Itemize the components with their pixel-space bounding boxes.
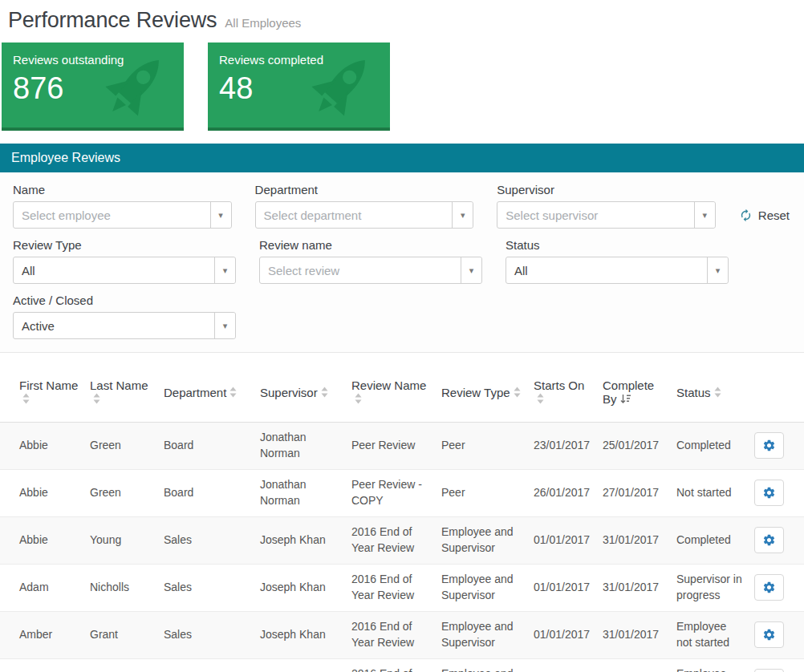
cell-status: Employee not started bbox=[676, 611, 754, 658]
row-actions-button[interactable] bbox=[754, 480, 784, 506]
cell-first-name: Abbie bbox=[0, 422, 90, 469]
gear-icon bbox=[762, 486, 776, 500]
cell-actions bbox=[754, 611, 804, 658]
row-actions-button[interactable] bbox=[754, 527, 784, 553]
cell-first-name: Abbie bbox=[0, 469, 90, 516]
page-subtitle: All Employees bbox=[225, 16, 301, 30]
column-header-last-name[interactable]: Last Name bbox=[90, 364, 164, 422]
cell-review-name: Peer Review - COPY bbox=[351, 469, 441, 516]
cell-complete-by: 31/01/2017 bbox=[603, 611, 676, 658]
cell-actions bbox=[754, 422, 804, 469]
department-filter-select[interactable]: Select department ▾ bbox=[255, 201, 474, 229]
gear-icon bbox=[762, 581, 776, 594]
row-actions-button[interactable] bbox=[754, 432, 784, 459]
table-row: AbbieGreenBoardJonathan NormanPeer Revie… bbox=[0, 422, 804, 469]
table-row: AmyEvansSalesLouis Young2016 End of Year… bbox=[0, 658, 804, 672]
select-value: All bbox=[14, 264, 214, 277]
column-header-first-name[interactable]: First Name bbox=[0, 364, 90, 422]
sort-icon bbox=[22, 393, 30, 407]
chevron-down-icon[interactable]: ▾ bbox=[694, 202, 715, 228]
filter-row-3: Active / Closed Active ▾ bbox=[13, 293, 791, 339]
sort-icon bbox=[93, 393, 100, 407]
page-header: Performance Reviews All Employees bbox=[0, 0, 804, 33]
stat-card-outstanding: Reviews outstanding 876 bbox=[2, 43, 184, 131]
supervisor-filter-select[interactable]: Select supervisor ▾ bbox=[497, 201, 716, 229]
sort-active-icon bbox=[620, 393, 631, 407]
filter-label: Supervisor bbox=[497, 183, 716, 196]
gear-icon bbox=[762, 533, 776, 547]
table-body: AbbieGreenBoardJonathan NormanPeer Revie… bbox=[0, 422, 804, 672]
active-closed-filter-select[interactable]: Active ▾ bbox=[13, 312, 236, 339]
cell-review-name: 2016 End of Year Review bbox=[351, 516, 441, 564]
cell-status: Supervisor in progress bbox=[676, 564, 754, 611]
cell-status: Employee not started bbox=[676, 658, 754, 672]
sort-icon bbox=[514, 387, 521, 400]
filters-panel: Name Select employee ▾ Department Select… bbox=[0, 172, 804, 353]
filter-field-name: Name Select employee ▾ bbox=[13, 183, 232, 229]
chevron-down-icon[interactable]: ▾ bbox=[214, 313, 235, 338]
select-value: Select review bbox=[260, 264, 461, 277]
chevron-down-icon[interactable]: ▾ bbox=[461, 257, 481, 283]
filter-label: Name bbox=[13, 183, 232, 196]
row-actions-button[interactable] bbox=[754, 621, 784, 648]
table-row: AbbieGreenBoardJonathan NormanPeer Revie… bbox=[0, 469, 804, 516]
status-filter-select[interactable]: All ▾ bbox=[506, 257, 729, 284]
cell-status: Completed bbox=[676, 516, 754, 564]
cell-starts-on: 01/01/2017 bbox=[534, 516, 603, 564]
cell-starts-on: 01/01/2017 bbox=[534, 564, 603, 611]
cell-department: Sales bbox=[164, 564, 260, 611]
column-header-review-name[interactable]: Review Name bbox=[351, 364, 441, 422]
column-header-department[interactable]: Department bbox=[164, 364, 260, 422]
table-header-row: First NameLast NameDepartmentSupervisorR… bbox=[0, 364, 804, 422]
chevron-down-icon[interactable]: ▾ bbox=[210, 202, 231, 228]
name-filter-select[interactable]: Select employee ▾ bbox=[13, 201, 232, 229]
row-actions-button[interactable] bbox=[754, 669, 784, 672]
chevron-down-icon[interactable]: ▾ bbox=[707, 257, 728, 283]
table-row: AdamNichollsSalesJoseph Khan2016 End of … bbox=[0, 564, 804, 611]
review-name-filter-select[interactable]: Select review ▾ bbox=[259, 257, 482, 284]
cell-complete-by: 27/01/2017 bbox=[603, 469, 676, 516]
cell-actions bbox=[754, 564, 804, 611]
cell-last-name: Young bbox=[90, 516, 164, 564]
reset-filters-button[interactable]: Reset bbox=[739, 201, 791, 229]
column-header-label: Starts On bbox=[534, 379, 584, 392]
row-actions-button[interactable] bbox=[754, 574, 784, 601]
column-header-label: Status bbox=[676, 386, 711, 399]
review-type-filter-select[interactable]: All ▾ bbox=[13, 257, 236, 284]
cell-department: Sales bbox=[164, 658, 260, 672]
table-row: AbbieYoungSalesJoseph Khan2016 End of Ye… bbox=[0, 516, 804, 564]
filter-field-active-closed: Active / Closed Active ▾ bbox=[13, 293, 236, 339]
cell-complete-by: 31/01/2017 bbox=[603, 658, 676, 672]
cell-starts-on: 01/01/2017 bbox=[534, 611, 603, 658]
select-value: Select department bbox=[256, 208, 453, 222]
chevron-down-icon[interactable]: ▾ bbox=[214, 257, 235, 283]
refresh-icon bbox=[739, 208, 753, 222]
panel-header: Employee Reviews bbox=[0, 144, 804, 172]
column-header-label: First Name bbox=[19, 379, 78, 392]
cell-starts-on: 01/01/2017 bbox=[534, 658, 603, 672]
cell-review-name: 2016 End of Year Review bbox=[351, 611, 441, 658]
reviews-table: First NameLast NameDepartmentSupervisorR… bbox=[0, 364, 804, 672]
column-header-label: Department bbox=[164, 386, 226, 399]
column-header-supervisor[interactable]: Supervisor bbox=[260, 364, 351, 422]
column-header-status[interactable]: Status bbox=[676, 364, 754, 422]
gear-icon bbox=[762, 439, 776, 452]
select-value: Select supervisor bbox=[497, 208, 694, 222]
cell-supervisor: Louis Young bbox=[260, 658, 351, 672]
filter-field-status: Status All ▾ bbox=[506, 238, 729, 284]
filter-row-1: Name Select employee ▾ Department Select… bbox=[13, 183, 791, 229]
sort-icon bbox=[229, 387, 237, 400]
select-value: Active bbox=[14, 319, 214, 333]
chevron-down-icon[interactable]: ▾ bbox=[452, 202, 473, 228]
select-value: Select employee bbox=[14, 208, 210, 222]
column-header-complete-by[interactable]: Complete By bbox=[603, 364, 676, 422]
filter-field-supervisor: Supervisor Select supervisor ▾ bbox=[497, 183, 716, 229]
cell-first-name: Adam bbox=[0, 564, 90, 611]
column-header-starts-on[interactable]: Starts On bbox=[534, 364, 603, 422]
cell-review-type: Employee and Supervisor bbox=[441, 564, 534, 611]
sort-icon bbox=[321, 387, 328, 400]
cell-supervisor: Joseph Khan bbox=[260, 564, 351, 611]
filter-field-review-type: Review Type All ▾ bbox=[13, 238, 236, 284]
column-header-review-type[interactable]: Review Type bbox=[441, 364, 534, 422]
stat-card-completed: Reviews completed 48 bbox=[208, 43, 390, 131]
